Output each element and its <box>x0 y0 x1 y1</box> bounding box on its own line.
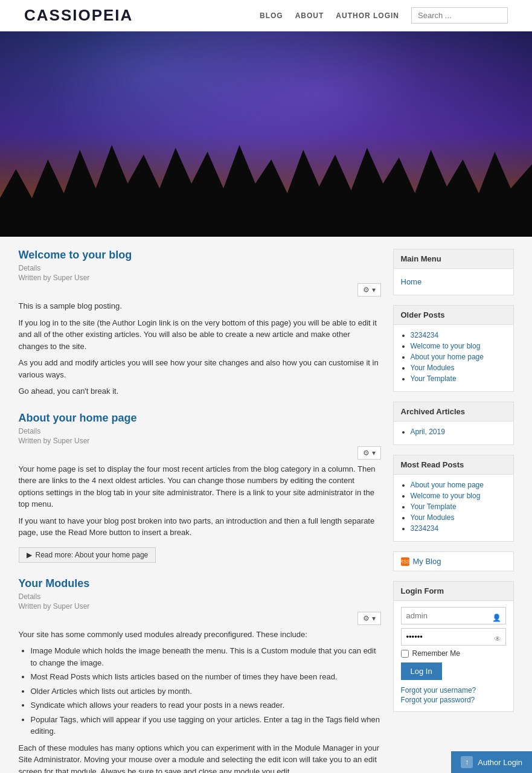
archived-list: April, 2019 <box>401 428 506 436</box>
widget-older-posts: Older Posts 3234234 Welcome to your blog… <box>393 305 514 392</box>
modules-para-1: Each of these modules has many options w… <box>19 742 381 774</box>
older-post-link-4[interactable]: Your Modules <box>411 364 455 372</box>
rss-row: RSS My Blog <box>401 557 506 566</box>
article-meta-welcome: Details <box>19 264 381 272</box>
author-login-label: Author Login <box>478 758 522 767</box>
article-body-modules: Your site has some commonly used modules… <box>19 629 381 774</box>
site-logo: CASSIOPEIA <box>24 6 133 25</box>
site-header: CASSIOPEIA BLOG ABOUT AUTHOR LOGIN <box>0 0 532 31</box>
forgot-username-link[interactable]: Forgot your username? <box>401 686 506 694</box>
list-item: Older Articles which lists out articles … <box>31 685 381 698</box>
hero-image <box>0 31 532 237</box>
most-read-list: About your home page Welcome to your blo… <box>401 481 506 533</box>
widget-body-rss: RSS My Blog <box>394 552 513 571</box>
login-button[interactable]: Log In <box>401 662 442 680</box>
list-item: April, 2019 <box>411 428 506 436</box>
article-author-homepage: Written by Super User <box>19 437 381 445</box>
widget-body-main-menu: Home <box>394 269 513 295</box>
article-para-3: As you add and modify articles you will … <box>19 357 381 380</box>
article-modules: Your Modules Details Written by Super Us… <box>19 577 381 774</box>
most-read-link-1[interactable]: About your home page <box>411 481 484 489</box>
gear-icon-2: ⚙ <box>363 449 370 457</box>
article-toolbar-welcome: ⚙ ▾ <box>19 283 381 297</box>
widget-body-most-read: About your home page Welcome to your blo… <box>394 475 513 541</box>
archived-link-1[interactable]: April, 2019 <box>411 428 445 436</box>
older-post-link-2[interactable]: Welcome to your blog <box>411 342 481 350</box>
article-toolbar-homepage: ⚙ ▾ <box>19 446 381 460</box>
username-input[interactable] <box>401 607 506 624</box>
password-wrapper: 👁 <box>401 628 506 649</box>
readmore-label: Read more: About your home page <box>36 551 149 559</box>
readmore-button-homepage[interactable]: ▶ Read more: About your home page <box>19 547 156 563</box>
article-body-homepage: Your home page is set to display the fou… <box>19 463 381 539</box>
sidebar-item-home[interactable]: Home <box>401 275 506 289</box>
article-title-homepage[interactable]: About your home page <box>19 412 381 425</box>
list-item: Welcome to your blog <box>411 492 506 500</box>
gear-icon: ⚙ <box>363 286 370 294</box>
password-input[interactable] <box>401 628 506 646</box>
gear-button-modules[interactable]: ⚙ ▾ <box>357 612 381 625</box>
main-content: Welcome to your blog Details Written by … <box>19 249 381 773</box>
modules-intro: Your site has some commonly used modules… <box>19 629 381 641</box>
content-area: Welcome to your blog Details Written by … <box>7 249 526 773</box>
widget-most-read: Most Read Posts About your home page Wel… <box>393 455 514 542</box>
homepage-para-1: Your home page is set to display the fou… <box>19 463 381 510</box>
widget-body-archived: April, 2019 <box>394 422 513 444</box>
remember-label: Remember Me <box>412 649 460 658</box>
gear-button-welcome[interactable]: ⚙ ▾ <box>357 283 381 297</box>
list-item: About your home page <box>411 481 506 489</box>
older-post-link-1[interactable]: 3234234 <box>411 331 439 339</box>
eye-icon: 👁 <box>494 635 501 643</box>
gear-dropdown-icon-2: ▾ <box>372 449 376 457</box>
most-read-link-4[interactable]: Your Modules <box>411 513 455 522</box>
search-input[interactable] <box>411 7 508 24</box>
article-welcome: Welcome to your blog Details Written by … <box>19 249 381 397</box>
older-posts-list: 3234234 Welcome to your blog About your … <box>401 331 506 383</box>
list-item: Syndicate which allows your readers to r… <box>31 699 381 711</box>
gear-button-homepage[interactable]: ⚙ ▾ <box>357 446 381 460</box>
widget-body-older-posts: 3234234 Welcome to your blog About your … <box>394 325 513 391</box>
gear-icon-3: ⚙ <box>363 614 370 623</box>
older-post-link-5[interactable]: Your Template <box>411 374 457 383</box>
widget-login-form: Login Form 👤 👁 Remember Me Log In <box>393 581 514 712</box>
article-para-1: This is a sample blog posting. <box>19 300 381 312</box>
list-item: Welcome to your blog <box>411 342 506 350</box>
list-item: 3234234 <box>411 524 506 533</box>
list-item: Most Read Posts which lists articles bas… <box>31 671 381 683</box>
rss-link[interactable]: My Blog <box>413 557 441 566</box>
most-read-link-3[interactable]: Your Template <box>411 502 457 511</box>
list-item: About your home page <box>411 353 506 361</box>
nav-author-login[interactable]: AUTHOR LOGIN <box>336 11 399 20</box>
readmore-arrow-icon: ▶ <box>27 551 32 559</box>
nav-blog[interactable]: BLOG <box>260 11 283 20</box>
author-login-button[interactable]: ↑ Author Login <box>451 751 532 773</box>
author-login-icon: ↑ <box>461 756 473 768</box>
most-read-link-5[interactable]: 3234234 <box>411 524 439 533</box>
sidebar: Main Menu Home Older Posts 3234234 Welco… <box>393 249 514 773</box>
article-title-modules[interactable]: Your Modules <box>19 577 381 590</box>
list-item: Your Modules <box>411 513 506 522</box>
widget-archived: Archived Articles April, 2019 <box>393 402 514 445</box>
nav-about[interactable]: ABOUT <box>295 11 324 20</box>
article-title-welcome[interactable]: Welcome to your blog <box>19 249 381 261</box>
list-item: 3234234 <box>411 331 506 339</box>
widget-title-main-menu: Main Menu <box>394 249 513 269</box>
forgot-password-link[interactable]: Forgot your password? <box>401 696 506 704</box>
article-author-modules: Written by Super User <box>19 602 381 611</box>
list-item: Your Template <box>411 374 506 383</box>
widget-title-older-posts: Older Posts <box>394 306 513 325</box>
article-meta-modules: Details <box>19 592 381 601</box>
article-homepage: About your home page Details Written by … <box>19 412 381 563</box>
article-meta-homepage: Details <box>19 427 381 435</box>
article-toolbar-modules: ⚙ ▾ <box>19 612 381 625</box>
homepage-para-2: If you want to have your blog post broke… <box>19 515 381 539</box>
most-read-link-2[interactable]: Welcome to your blog <box>411 492 481 500</box>
remember-checkbox[interactable] <box>401 650 409 658</box>
gear-dropdown-icon-3: ▾ <box>372 614 376 623</box>
list-item: Your Modules <box>411 364 506 372</box>
rss-icon: RSS <box>401 557 409 566</box>
older-post-link-3[interactable]: About your home page <box>411 353 484 361</box>
modules-list: Image Module which holds the image benea… <box>19 645 381 737</box>
article-para-4: Go ahead, you can't break it. <box>19 385 381 397</box>
article-para-2: If you log in to the site (the Author Lo… <box>19 317 381 353</box>
